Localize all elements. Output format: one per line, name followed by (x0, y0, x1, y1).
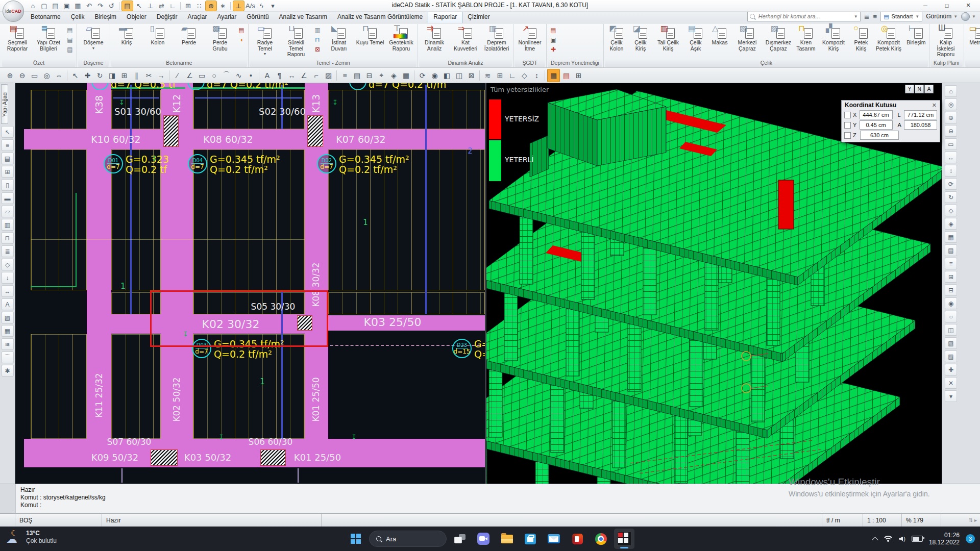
doseme-raporu-button[interactable]: ▱Döşeme▼ (78, 24, 109, 57)
menu-raporlar[interactable]: Raporlar (428, 11, 462, 23)
pan-3d-icon[interactable]: ↔ (945, 152, 957, 163)
menu-analiz-ve-tasar-m-goruntuleme[interactable]: Analiz ve Tasarım Görüntüleme (332, 11, 428, 23)
betonarme-ek-2-icon[interactable]: ◖ (237, 36, 246, 44)
offset-icon[interactable]: ⇄ (156, 1, 167, 11)
file-explorer-button[interactable] (497, 529, 517, 549)
menu-analiz-ve-tasar-m[interactable]: Analiz ve Tasarım (274, 11, 332, 23)
deprem-izolatorleri-button[interactable]: ▥Deprem İzolatörleri (481, 24, 512, 57)
revert-icon[interactable]: ↺ (106, 1, 117, 11)
wireframe-icon[interactable]: ◇ (945, 205, 957, 216)
qat-more-icon[interactable]: ▾ (267, 1, 278, 11)
list-style-icon[interactable]: ≣ (864, 13, 870, 20)
celik-asik-button[interactable]: ▤Çelik Aşık (684, 24, 707, 57)
viewport-icon[interactable]: ◫ (453, 69, 465, 82)
lock-z-checkbox[interactable] (844, 132, 851, 139)
idecad-taskbar-button[interactable] (614, 529, 634, 549)
zoom-out-icon[interactable]: ⊖ (16, 69, 28, 82)
metraj-button[interactable]: ▭Metraj (965, 24, 980, 57)
lock-x-checkbox[interactable] (844, 112, 851, 118)
mirror-icon[interactable]: ◨ (106, 69, 118, 82)
chrome-button[interactable] (591, 529, 611, 549)
pan-icon[interactable]: ⇔ (53, 69, 65, 82)
kompozit-kiris-button[interactable]: ▞Kompozit Kiriş (818, 24, 849, 57)
section-icon[interactable]: ◧ (441, 69, 453, 82)
measure-tool-icon[interactable]: ⌒ (2, 352, 14, 363)
axis-tool-icon[interactable]: ⊞ (2, 166, 14, 178)
dinamik-analiz-button[interactable]: ⇉Dinamik Analiz (419, 24, 450, 57)
render-mode-menu[interactable]: ▼ (961, 12, 976, 21)
zoom-window-3d-icon[interactable]: ▭ (945, 138, 957, 150)
temel-ek-3-icon[interactable]: ⊠ (313, 45, 322, 54)
view-mode-button-n[interactable]: N (915, 85, 924, 93)
view3d-viewport[interactable]: Tüm yetersizlikler YETERSİZYETERLİ YNA (486, 83, 942, 484)
dimension-tool-icon[interactable]: ↔ (2, 285, 14, 297)
battery-icon[interactable] (912, 536, 923, 542)
ozet-rapor-2-icon[interactable]: ▤ (65, 36, 75, 44)
kolon-raporu-button[interactable]: ▯Kolon (142, 24, 173, 57)
snap-center-icon[interactable]: ⌖ (376, 69, 387, 82)
explode-icon[interactable]: ⊠ (465, 69, 477, 82)
kiris-raporu-button[interactable]: ▬Kiriş (111, 24, 142, 57)
tali-celik-kiris-button[interactable]: ▥Tali Çelik Kiriş (653, 24, 683, 57)
kren-tasarim-button[interactable]: ⊓Kren Tasarım (794, 24, 818, 57)
menu-cizimler[interactable]: Çizimler (462, 11, 495, 23)
istinat-duvari-button[interactable]: ◣İstinat Duvarı (324, 24, 354, 57)
mesh-view-icon[interactable]: ▦ (945, 231, 957, 243)
column-tool-icon[interactable]: ▯ (2, 179, 14, 191)
merkezi-capraz-button[interactable]: ▧Merkezi Çapraz (732, 24, 763, 57)
perde-grubu-raporu-button[interactable]: ▩Perde Grubu (205, 24, 235, 57)
foundation-tool-icon[interactable]: ⊓ (2, 232, 14, 244)
select-cursor-icon[interactable]: ↖ (134, 1, 144, 11)
layers-icon[interactable]: ≡ (339, 69, 351, 82)
menu-objeler[interactable]: Objeler (121, 11, 152, 23)
color-state-icon[interactable]: ▤ (560, 69, 572, 82)
dismerkez-capraz-button[interactable]: ▨Dışmerkez Çapraz (763, 24, 794, 57)
corner-icon[interactable]: ∟ (167, 1, 178, 11)
app-logo-icon[interactable]: ideCAD (3, 1, 24, 22)
hatch-tool-icon[interactable]: ▨ (2, 312, 14, 323)
maximize-button[interactable]: □ (936, 0, 958, 11)
measure-icon[interactable]: ≋ (482, 69, 494, 82)
save-icon[interactable]: ▣ (61, 1, 72, 11)
mail-button[interactable] (544, 529, 564, 549)
petek-kiris-button[interactable]: ○Petek Kiriş (849, 24, 873, 57)
celik-kiris-button[interactable]: ◪Çelik Kiriş (629, 24, 652, 57)
birlesim-button[interactable]: ⊢Birleşim (904, 24, 928, 57)
open-file-icon[interactable]: ▤ (50, 1, 61, 11)
nonlineer-itme-button[interactable]: ↗Nonlineer İtme (514, 24, 545, 57)
menu-goruntu[interactable]: Görüntü (241, 11, 274, 23)
zoom-extents-icon[interactable]: ◎ (41, 69, 53, 82)
view-mode-button-y[interactable]: Y (905, 85, 914, 93)
layer-toggle-icon[interactable]: ▤ (121, 1, 133, 11)
zoom-in-3d-icon[interactable]: ⊕ (945, 112, 957, 123)
teams-chat-button[interactable] (473, 529, 494, 549)
load-tool-icon[interactable]: ↓ (2, 272, 14, 284)
layer-list-icon[interactable]: ≡ (873, 13, 877, 20)
ucs-icon[interactable]: ∟ (506, 69, 518, 82)
view-menu[interactable]: Görünüm ▼ (926, 13, 958, 20)
style-combo[interactable]: ▤ Standart ▼ (880, 11, 922, 21)
radye-temel-button[interactable]: ▭Radye Temel▼ (250, 24, 280, 57)
render-icon[interactable]: ◉ (429, 69, 440, 82)
zoom-window-icon[interactable]: ▭ (29, 69, 40, 82)
undo-icon[interactable]: ↶ (84, 1, 94, 11)
annotation-scale-icon[interactable]: A/s (245, 1, 256, 11)
command-console[interactable]: HazırKomut : storyset/katgenel/ss/kgKomu… (0, 484, 980, 513)
roof-tool-icon[interactable]: ◇ (2, 259, 14, 270)
new-file-icon[interactable]: ▢ (39, 1, 50, 11)
menu-birlesim[interactable]: Birleşim (89, 11, 121, 23)
shaded-icon[interactable]: ◈ (945, 218, 957, 230)
lock-y-checkbox[interactable] (844, 122, 851, 129)
section-3d-icon[interactable]: ◫ (945, 324, 957, 336)
command-search-box[interactable]: ▼ (747, 11, 861, 21)
tray-chevron-icon[interactable] (872, 537, 878, 543)
select-icon[interactable]: ↖ (69, 69, 81, 82)
storey-icon[interactable]: ▤ (2, 153, 14, 164)
trim-icon[interactable]: ✂ (143, 69, 155, 82)
building-tree-icon[interactable]: ≡ (2, 139, 14, 151)
menu-betonarme[interactable]: Betonarme (26, 11, 66, 23)
volume-icon[interactable]: ) (899, 536, 905, 541)
geoteknik-raporu-button[interactable]: ⊤Geoteknik Raporu (386, 24, 416, 57)
close-button[interactable]: ✕ (958, 0, 979, 11)
properties-icon[interactable]: ▤ (351, 69, 363, 82)
